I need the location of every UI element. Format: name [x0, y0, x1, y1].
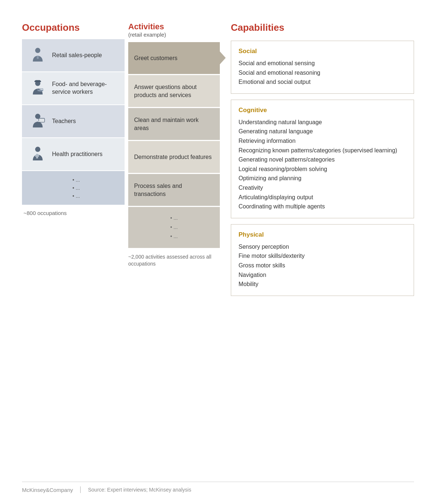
svg-rect-4 [34, 81, 41, 82]
cap-item-cog-9: Coordinating with multiple agents [239, 202, 406, 211]
greet-arrow [218, 50, 230, 67]
cap-item-cog-6: Optimizing and planning [239, 174, 406, 183]
svg-point-0 [35, 48, 40, 53]
svg-point-5 [38, 90, 43, 92]
svg-rect-12 [35, 155, 39, 157]
health-icon [28, 144, 48, 164]
occ-dot-2: • ... [73, 185, 80, 191]
act-item-demo: Demonstrate product features [128, 141, 220, 174]
capabilities-title: Capabilities [231, 22, 414, 33]
cap-group-title-cognitive: Cognitive [239, 107, 406, 114]
footer-divider [80, 486, 81, 493]
occupations-footnote: ~800 occupations [22, 210, 125, 216]
occ-dot-3: • ... [73, 193, 80, 199]
cap-item-social-1: Social and emotional reasoning [239, 68, 406, 78]
cap-item-cog-3: Recognizing known patterns/categories (s… [239, 146, 406, 155]
act-dot-3: • ... [170, 232, 178, 241]
act-item-answer: Answer questions about products and serv… [128, 75, 220, 108]
top-section: Occupations Retail sales-p [22, 22, 414, 302]
svg-marker-13 [218, 50, 226, 66]
occ-item-teacher: Teachers [22, 105, 125, 138]
act-item-dots: • ... • ... • ... [128, 207, 220, 249]
footer-brand: McKinsey&Company [22, 487, 73, 493]
occupations-column: Occupations Retail sales-p [22, 22, 125, 216]
capabilities-column: Capabilities Social Social and emotional… [220, 22, 414, 302]
cap-box-physical: Physical Sensory perception Fine motor s… [231, 224, 414, 296]
cap-item-cog-1: Generating natural language [239, 127, 406, 136]
act-dot-2: • ... [170, 223, 178, 232]
activities-header: Activities (retail example) [128, 22, 220, 38]
cap-item-cog-0: Understanding natural language [239, 118, 406, 127]
cap-item-phys-3: Navigation [239, 270, 406, 280]
occupations-list: Retail sales-people [22, 39, 125, 205]
cap-group-title-social: Social [239, 48, 406, 55]
occ-item-retail: Retail sales-people [22, 39, 125, 72]
act-label-demo: Demonstrate product features [134, 153, 212, 161]
act-item-clean: Clean and maintain work areas [128, 108, 220, 141]
svg-point-10 [35, 147, 40, 152]
occupations-title: Occupations [22, 22, 125, 33]
activities-list: Greet customers Answer questions about p… [128, 42, 220, 249]
act-item-greet-wrapper: Greet customers [128, 42, 220, 75]
cap-group-title-physical: Physical [239, 231, 406, 238]
occ-label-retail: Retail sales-people [52, 52, 102, 59]
footer-source: Source: Expert interviews; McKinsey anal… [88, 487, 191, 493]
cap-box-social: Social Social and emotional sensing Soci… [231, 41, 414, 94]
occ-label-food: Food- and beverage-service workers [52, 81, 119, 96]
act-label-answer: Answer questions about products and serv… [134, 83, 214, 99]
footer: McKinsey&Company Source: Expert intervie… [22, 482, 414, 493]
occ-dots-list: • ... • ... • ... [67, 177, 80, 199]
cap-item-social-0: Social and emotional sensing [239, 59, 406, 68]
cap-item-cog-7: Creativity [239, 183, 406, 193]
cap-item-cog-2: Retrieving information [239, 136, 406, 146]
cap-item-phys-0: Sensory perception [239, 242, 406, 252]
main-container: Occupations Retail sales-p [0, 0, 436, 316]
cap-item-cog-8: Articulating/displaying output [239, 193, 406, 202]
activities-footnote: ~2,000 activities assessed across all oc… [128, 253, 220, 268]
occ-label-health: Health practitioners [52, 151, 103, 158]
svg-rect-1 [37, 56, 38, 59]
act-label-greet: Greet customers [134, 54, 177, 62]
cap-item-cog-4: Generating novel patterns/categories [239, 155, 406, 164]
act-item-greet: Greet customers [128, 42, 220, 75]
act-item-process: Process sales and transactions [128, 174, 220, 207]
cap-item-social-2: Emotional and social output [239, 77, 406, 87]
occ-item-health: Health practitioners [22, 138, 125, 171]
occ-item-dots: • ... • ... • ... [22, 171, 125, 205]
act-dot-1: • ... [170, 214, 178, 223]
cap-item-cog-5: Logical reasoning/problem solving [239, 164, 406, 174]
teacher-icon [28, 111, 48, 131]
retail-icon [28, 45, 48, 65]
activities-subtitle: (retail example) [128, 32, 220, 38]
activities-column: Activities (retail example) Greet custom… [125, 22, 220, 268]
cap-box-cognitive: Cognitive Understanding natural language… [231, 100, 414, 218]
occ-item-food: Food- and beverage-service workers [22, 72, 125, 105]
food-icon [28, 78, 48, 98]
occ-dot-1: • ... [73, 177, 80, 183]
cap-item-phys-1: Fine motor skills/dexterity [239, 251, 406, 261]
occ-label-teacher: Teachers [52, 118, 76, 125]
act-label-clean: Clean and maintain work areas [134, 116, 214, 132]
activities-title: Activities [128, 22, 220, 32]
cap-item-phys-4: Mobility [239, 279, 406, 289]
cap-item-phys-2: Gross motor skills [239, 261, 406, 270]
act-label-process: Process sales and transactions [134, 182, 214, 198]
svg-rect-8 [39, 118, 45, 122]
